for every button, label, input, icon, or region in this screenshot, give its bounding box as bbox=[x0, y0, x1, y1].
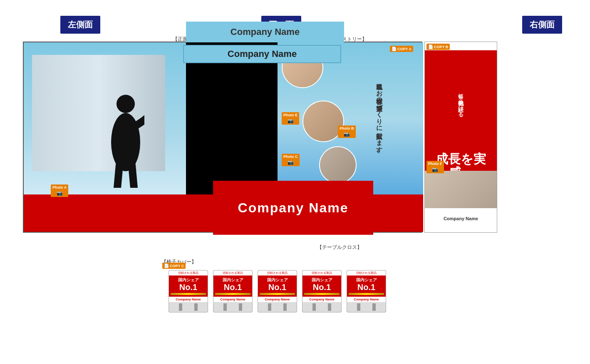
chair-card-4-company: Company Name bbox=[302, 297, 341, 302]
leg-4b bbox=[328, 303, 331, 311]
photo-person-2 bbox=[303, 101, 343, 141]
photo-f-badge[interactable]: Photo F 📷 bbox=[426, 161, 444, 173]
photo-person-3 bbox=[320, 147, 356, 183]
chair-card-5-no1: No.1 bbox=[349, 283, 384, 291]
right-tapestry: 私達はお客様の繁盛づくりに貢献します。 📄 COPY A Photo B 📷 P… bbox=[278, 42, 423, 196]
chair-card-1-trust: 信頼される製品 bbox=[169, 271, 208, 275]
left-panel-red-bottom bbox=[24, 194, 186, 232]
chair-card-1: 信頼される製品 国内シェア No.1 Company Name bbox=[169, 270, 208, 312]
leg-2a bbox=[223, 303, 227, 311]
chair-card-4-trust: 信頼される製品 bbox=[302, 271, 341, 275]
leg-5a bbox=[357, 303, 360, 311]
chair-card-1-domestic: 国内シェア bbox=[171, 277, 206, 283]
chair-card-3-trust: 信頼される製品 bbox=[258, 271, 297, 275]
chair-card-3-no1: No.1 bbox=[260, 283, 295, 291]
photo-f-label: Photo F bbox=[428, 162, 442, 166]
copy-b-badge[interactable]: 📄 COPY B bbox=[426, 44, 450, 50]
chair-card-1-no1: No.1 bbox=[171, 283, 206, 291]
chair-card-2-trust: 信頼される製品 bbox=[213, 271, 252, 275]
photo-b-icon: 📷 bbox=[344, 131, 350, 137]
chair-card-2-gold-bar bbox=[215, 293, 250, 295]
company-name-top-text: Company Name bbox=[228, 49, 297, 59]
chair-card-3-content: 国内シェア No.1 bbox=[258, 275, 297, 293]
banner-company-name-area: Company Name bbox=[425, 208, 497, 229]
chair-card-4-no1: No.1 bbox=[304, 283, 340, 291]
building bbox=[32, 55, 165, 171]
banner-company-name: Company Name bbox=[444, 216, 478, 221]
leg-1a bbox=[179, 303, 182, 311]
chair-card-5-domestic: 国内シェア bbox=[349, 277, 384, 283]
chair-card-2-domestic: 国内シェア bbox=[215, 277, 250, 283]
left-panel: Photo A 📷 bbox=[24, 42, 186, 232]
chair-card-3-company: Company Name bbox=[258, 297, 297, 302]
leg-1b bbox=[194, 303, 198, 311]
label-table-cross: 【テーブルクロス】 bbox=[317, 244, 362, 251]
chair-card-3-gold-bar bbox=[260, 293, 295, 295]
copy-a-badge[interactable]: 📄 COPY A bbox=[390, 46, 413, 52]
chair-card-2-content: 国内シェア No.1 bbox=[213, 275, 252, 293]
photo-f-area bbox=[425, 171, 497, 208]
company-name-header-bar: Company Name bbox=[186, 22, 344, 42]
chair-card-1-legs bbox=[169, 302, 208, 312]
building-bg bbox=[24, 42, 186, 196]
photo-c-badge[interactable]: Photo C 📷 bbox=[282, 154, 300, 166]
copy-b-label: COPY B bbox=[434, 45, 448, 49]
photo-a-label: Photo A bbox=[52, 185, 67, 189]
chair-card-3-legs bbox=[258, 302, 297, 312]
chair-card-4-domestic: 国内シェア bbox=[304, 277, 340, 283]
t-banner-stand: 📄 COPY B 常に挑戦を続ける 成長を実感。 Photo F 📷 Compa… bbox=[424, 42, 497, 233]
japanese-tagline: 私達はお客様の繁盛づくりに貢献します。 bbox=[369, 47, 390, 188]
chair-card-4-gold-bar bbox=[304, 293, 340, 295]
tagline-text: 私達はお客様の繁盛づくりに貢献します。 bbox=[375, 79, 384, 156]
chair-card-3: 信頼される製品 国内シェア No.1 Company Name bbox=[258, 270, 297, 312]
leg-4a bbox=[312, 303, 316, 311]
leg-3a bbox=[268, 303, 271, 311]
center-opening bbox=[186, 42, 278, 196]
photo-c-icon: 📷 bbox=[288, 160, 294, 165]
copy-c-badge[interactable]: 📄 COPY C bbox=[162, 263, 186, 269]
chair-card-5-company: Company Name bbox=[347, 297, 386, 302]
chair-cards-row: 信頼される製品 国内シェア No.1 Company Name 信頼される製品 … bbox=[169, 270, 386, 312]
copy-c-doc-icon: 📄 bbox=[164, 263, 169, 268]
chair-card-1-gold-bar bbox=[171, 293, 206, 295]
section-header-left: 左側面 bbox=[60, 16, 100, 34]
chair-card-1-company: Company Name bbox=[169, 297, 208, 302]
chair-card-5-gold-bar bbox=[349, 293, 384, 295]
company-name-table-text: Company Name bbox=[238, 200, 349, 216]
chair-card-4-legs bbox=[302, 302, 341, 312]
chair-card-2-no1: No.1 bbox=[215, 283, 250, 291]
photo-e-label: Photo E bbox=[283, 113, 297, 117]
photo-b-label: Photo B bbox=[340, 126, 354, 130]
chair-card-2-legs bbox=[213, 302, 252, 312]
copy-a-label: COPY A bbox=[397, 47, 412, 51]
chair-card-2-company: Company Name bbox=[213, 297, 252, 302]
photo-e-badge[interactable]: Photo E 📷 bbox=[282, 112, 299, 125]
svg-point-0 bbox=[117, 95, 135, 113]
copy-b-doc-icon: 📄 bbox=[428, 44, 433, 49]
chair-card-1-content: 国内シェア No.1 bbox=[169, 275, 208, 293]
company-name-table-sign: Company Name bbox=[213, 181, 373, 235]
person-silhouette bbox=[107, 92, 144, 188]
leg-5b bbox=[372, 303, 376, 311]
photo-a-icon: 📷 bbox=[57, 190, 63, 196]
company-name-topbar: Company Name bbox=[183, 45, 341, 63]
chair-card-3-domestic: 国内シェア bbox=[260, 277, 295, 283]
photo-e-icon: 📷 bbox=[288, 118, 294, 124]
photo-b-badge[interactable]: Photo B 📷 bbox=[338, 125, 356, 138]
banner-red-area: 常に挑戦を続ける 成長を実感。 Photo F 📷 Company Name bbox=[425, 50, 497, 229]
company-name-header: Company Name bbox=[231, 27, 300, 37]
section-header-right: 右側面 bbox=[522, 16, 562, 34]
photo-c-label: Photo C bbox=[283, 155, 298, 159]
banner-text-1: 常に挑戦を続ける bbox=[458, 90, 464, 115]
photo-circle-3 bbox=[319, 146, 357, 184]
leg-2b bbox=[239, 303, 242, 311]
leg-3b bbox=[283, 303, 287, 311]
chair-card-4-content: 国内シェア No.1 bbox=[302, 275, 341, 293]
chair-card-5-trust: 信頼される製品 bbox=[347, 271, 386, 275]
chair-card-5-legs bbox=[347, 302, 386, 312]
banner-japanese-text-1: 常に挑戦を続ける bbox=[457, 54, 464, 150]
photo-a-badge[interactable]: Photo A 📷 bbox=[51, 184, 68, 197]
photo-f-icon: 📷 bbox=[432, 167, 438, 172]
chair-card-5-content: 国内シェア No.1 bbox=[347, 275, 386, 293]
chair-card-4: 信頼される製品 国内シェア No.1 Company Name bbox=[302, 270, 342, 312]
